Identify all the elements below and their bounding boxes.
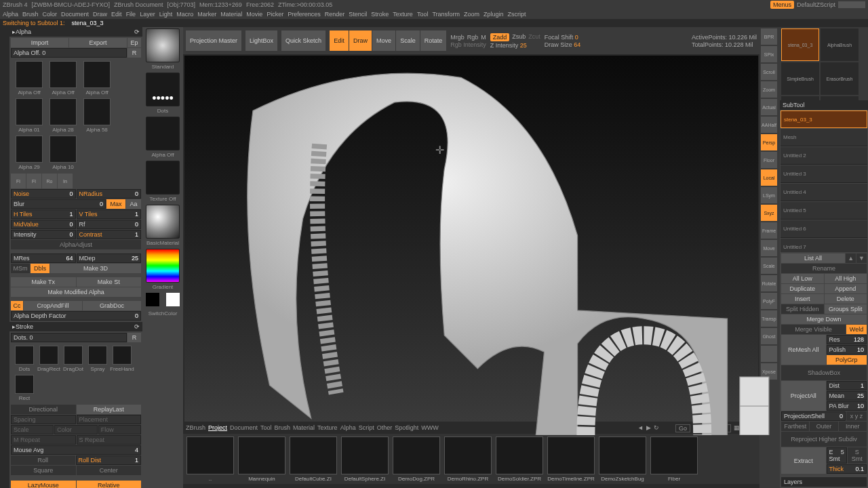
alphaadjust-button[interactable]: AlphaAdjust <box>11 240 141 249</box>
cropfill-button[interactable]: CropAndFill <box>24 301 82 310</box>
lb-item[interactable]: DemoTimeline.ZPR <box>547 436 595 482</box>
square-button[interactable]: Square <box>11 466 76 475</box>
scale-slider[interactable]: Scale <box>11 425 54 434</box>
lb-item[interactable]: Fiber <box>650 436 698 482</box>
rotate-button[interactable]: Rotate <box>420 30 447 51</box>
dots-slider[interactable]: Dots. 0 <box>11 333 127 342</box>
zsub-button[interactable]: Zsub <box>512 33 526 41</box>
menu-brush[interactable]: Brush <box>22 11 39 18</box>
polish-slider[interactable]: Polish10 <box>827 345 867 354</box>
rename-button[interactable]: Rename <box>781 264 867 273</box>
refresh-icon[interactable]: ⟳ <box>134 28 140 35</box>
scale-button[interactable]: Scale <box>396 30 420 51</box>
esmt-slider[interactable]: E Smt5 <box>827 447 847 464</box>
lb-item[interactable]: DefaultCube.ZI <box>289 436 338 482</box>
menu-stroke[interactable]: Stroke <box>371 11 389 18</box>
lb-item[interactable]: DefaultSphere.ZI <box>340 436 389 482</box>
allhigh-button[interactable]: All High <box>825 274 867 283</box>
zadd-button[interactable]: Zadd <box>490 33 510 41</box>
menu-picker[interactable]: Picker <box>267 11 283 18</box>
menu-transform[interactable]: Transform <box>432 11 460 18</box>
fliph-icon[interactable]: Fl <box>11 174 26 188</box>
stroke-picker[interactable]: •••••Dots <box>146 73 180 114</box>
color-picker[interactable]: Gradient <box>146 249 180 290</box>
lb-item[interactable]: DemoZsketchBug <box>598 436 647 482</box>
subtool-item[interactable]: Untitled 7 <box>781 239 867 252</box>
maketx-button[interactable]: Make Tx <box>11 277 76 287</box>
menu-zplugin[interactable]: Zplugin <box>484 11 504 18</box>
preset-ErasorBrush[interactable]: ErasorBrush <box>821 62 859 95</box>
groupsplit-button[interactable]: Groups Split <box>825 304 867 314</box>
r-button[interactable]: R <box>127 48 141 58</box>
menu-preferences[interactable]: Preferences <box>288 11 321 18</box>
alpha-thumb[interactable]: Alpha 58 <box>81 98 113 133</box>
menu-alpha[interactable]: Alpha <box>3 11 18 18</box>
lb-item[interactable]: DemoRhino.ZPR <box>443 436 492 482</box>
shelf-handle[interactable] <box>183 484 760 488</box>
alpha-thumb[interactable]: Alpha Off <box>47 61 79 96</box>
shadowbox-button[interactable]: ShadowBox <box>781 365 867 380</box>
preset-AlphaBrush[interactable]: AlphaBrush <box>821 28 859 61</box>
zscript-label[interactable]: DefaultZScript <box>797 1 835 8</box>
m-button[interactable]: M <box>481 34 486 41</box>
stroke-thumb[interactable]: Dots <box>14 346 35 372</box>
midvalue-slider[interactable]: MidValue0 <box>11 220 76 229</box>
menu-stencil[interactable]: Stencil <box>349 11 367 18</box>
menu-file[interactable]: File <box>126 11 136 18</box>
projection-master-button[interactable]: Projection Master <box>186 30 241 51</box>
lightbox-button[interactable]: LightBox <box>245 30 277 51</box>
thick-slider[interactable]: Thick0.1 <box>827 464 867 474</box>
farthest-button[interactable]: Farthest <box>781 422 809 431</box>
up-icon[interactable]: ▲ <box>846 253 856 263</box>
delete-button[interactable]: Delete <box>825 294 867 304</box>
outer-button[interactable]: Outer <box>810 422 837 431</box>
alpha-thumb[interactable]: Alpha Off <box>14 61 45 96</box>
grabdoc-button[interactable]: GrabDoc <box>83 301 141 310</box>
htiles-slider[interactable]: H Tiles1 <box>11 209 76 219</box>
xyz-button[interactable]: x y z <box>846 411 867 421</box>
menu-texture[interactable]: Texture <box>393 11 413 18</box>
menu-zscript[interactable]: Zscript <box>508 11 526 18</box>
contrast-slider[interactable]: Contrast1 <box>77 230 142 239</box>
lb-item[interactable]: Mannequin <box>237 436 286 482</box>
alpha-panel-header[interactable]: ▸ Alpha ⟳ <box>9 27 142 37</box>
brush-picker[interactable]: Standard <box>146 28 180 70</box>
mdep-slider[interactable]: MDep25 <box>77 253 142 263</box>
roll-button[interactable]: Roll <box>11 455 75 465</box>
weld-button[interactable]: Weld <box>846 325 867 334</box>
r-button[interactable]: R <box>127 333 141 342</box>
replay-button[interactable]: ReplayLast <box>77 405 142 414</box>
mrepeat-slider[interactable]: M Repeat <box>11 435 76 445</box>
subtool-item[interactable]: Untitled 2 <box>781 147 867 165</box>
rotate-icon[interactable]: Ro <box>42 174 57 188</box>
stroke-thumb[interactable]: DragDot <box>62 346 84 372</box>
subtool-item[interactable]: Untitled 6 <box>781 220 867 238</box>
texture-picker[interactable]: Texture Off <box>146 161 180 202</box>
mouseavg-slider[interactable]: Mouse Avg4 <box>11 445 141 455</box>
material-picker[interactable]: BasicMaterial <box>146 205 180 246</box>
insert-button[interactable]: Insert <box>781 294 824 304</box>
stroke-thumb[interactable]: FreeHand <box>111 346 133 372</box>
duplicate-button[interactable]: Duplicate <box>781 284 824 293</box>
stroke-thumb[interactable]: DragRect <box>38 346 60 372</box>
alpha-picker[interactable]: Alpha Off <box>146 117 180 158</box>
makest-button[interactable]: Make St <box>77 277 142 287</box>
alpha-thumb[interactable]: Alpha Off <box>81 61 113 96</box>
flipv-icon[interactable]: Fl <box>26 174 41 188</box>
directional-button[interactable]: Directional <box>11 405 76 414</box>
stroke-panel-header[interactable]: ▸ Stroke ⟳ <box>9 322 142 331</box>
focal-slider[interactable]: Focal Shift 0 <box>545 34 578 41</box>
remesh-button[interactable]: ReMesh All <box>781 335 826 365</box>
alpha-thumb[interactable]: Alpha 29 <box>14 136 45 170</box>
menu-movie[interactable]: Movie <box>246 11 262 18</box>
vtiles-slider[interactable]: V Tiles1 <box>77 209 142 219</box>
placement-slider[interactable]: Placement <box>77 415 142 424</box>
subtool-item[interactable]: Untitled 4 <box>781 184 867 201</box>
inner-button[interactable]: Inner <box>839 422 867 431</box>
zintensity-slider[interactable]: Z Intensity 25 <box>490 42 527 49</box>
extract-button[interactable]: Extract <box>781 447 826 474</box>
menu-color[interactable]: Color <box>43 11 58 18</box>
aa-button[interactable]: Aa <box>126 199 141 209</box>
preset-stena_03_3[interactable]: stena_03_3 <box>781 28 819 61</box>
blur-slider[interactable]: Blur0 <box>11 199 106 209</box>
